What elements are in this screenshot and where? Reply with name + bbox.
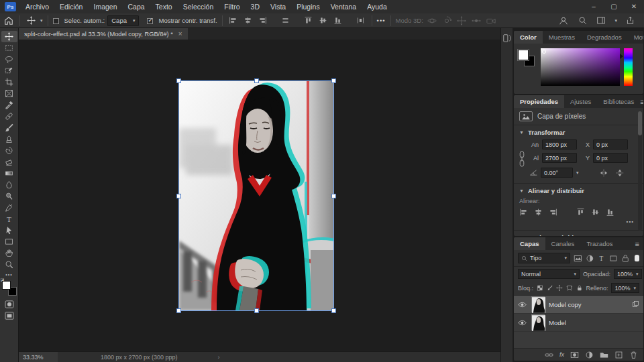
align-vertical-centers-icon[interactable]: [317, 15, 329, 27]
account-icon[interactable]: [557, 15, 570, 27]
tab-trazados[interactable]: Trazados: [580, 237, 619, 250]
align-left-edges-icon[interactable]: [227, 15, 239, 27]
home-icon[interactable]: [3, 15, 15, 27]
lock-transparent-pixels-icon[interactable]: [537, 284, 543, 292]
pen-tool[interactable]: [1, 202, 17, 213]
tab-canales[interactable]: Canales: [545, 237, 581, 250]
history-panel-icon[interactable]: [502, 34, 512, 43]
path-selection-tool[interactable]: [1, 225, 17, 236]
color-swatches[interactable]: ◪: [2, 281, 17, 296]
tab-color[interactable]: Color: [514, 31, 543, 44]
menu-filtro[interactable]: Filtro: [219, 0, 245, 13]
delete-layer-icon[interactable]: [629, 351, 638, 359]
distribute-vertical-centers-icon[interactable]: [280, 15, 292, 27]
transform-section-header[interactable]: ▼ Transformar: [514, 125, 643, 138]
layer-thumbnail[interactable]: [531, 314, 545, 330]
menu-3d[interactable]: 3D: [246, 0, 265, 13]
menu-capa[interactable]: Capa: [123, 0, 150, 13]
tab-muestras[interactable]: Muestras: [543, 31, 581, 44]
history-brush-tool[interactable]: [1, 145, 17, 156]
filter-toggle[interactable]: [635, 255, 639, 261]
link-layers-icon[interactable]: [545, 351, 553, 359]
crop-tool[interactable]: [1, 76, 17, 88]
menu-ventana[interactable]: Ventana: [325, 0, 362, 13]
align-top-edges-icon[interactable]: [576, 208, 585, 217]
filter-smart-objects-icon[interactable]: [621, 254, 630, 263]
clone-stamp-tool[interactable]: [1, 133, 17, 145]
tab-close-icon[interactable]: ×: [178, 30, 182, 38]
panel-menu-icon[interactable]: ≡: [635, 240, 643, 248]
lock-artboard-icon[interactable]: [566, 284, 573, 292]
type-tool[interactable]: T: [1, 213, 17, 225]
canvas[interactable]: [19, 40, 500, 351]
menu-texto[interactable]: Texto: [150, 0, 178, 13]
edit-toolbar-button[interactable]: •••: [5, 272, 12, 277]
panel-menu-icon[interactable]: ≡: [640, 98, 643, 106]
color-panel-swatches[interactable]: [518, 48, 537, 68]
saturation-brightness-field[interactable]: [541, 48, 620, 86]
layer-thumbnail[interactable]: [531, 296, 545, 312]
tab-degradados[interactable]: Degradados: [581, 31, 628, 44]
zoom-level-field[interactable]: 33.33%: [19, 352, 58, 362]
eraser-tool[interactable]: [1, 156, 17, 168]
angle-field[interactable]: 0.00°: [541, 168, 573, 178]
object-selection-tool[interactable]: [1, 65, 17, 76]
layer-effects-button[interactable]: fx: [559, 351, 564, 358]
scrollbar[interactable]: [638, 111, 642, 231]
close-button[interactable]: ✕: [624, 0, 644, 13]
menu-edicion[interactable]: Edición: [54, 0, 88, 13]
foreground-color[interactable]: [2, 281, 11, 290]
lock-position-icon[interactable]: [556, 284, 563, 292]
brush-tool[interactable]: [1, 122, 17, 133]
lasso-tool[interactable]: [1, 54, 17, 65]
lock-all-icon[interactable]: [576, 284, 583, 292]
filter-type-layers-icon[interactable]: T: [597, 254, 606, 263]
blend-mode-dropdown[interactable]: Normal ▾: [518, 269, 580, 279]
layer-row-model[interactable]: Model: [514, 314, 643, 332]
screen-mode-button[interactable]: [1, 310, 17, 321]
filter-adjustment-layers-icon[interactable]: [586, 254, 594, 263]
layer-filter-dropdown[interactable]: Tipo ▾: [518, 253, 570, 263]
minimize-button[interactable]: –: [584, 0, 604, 13]
align-vertical-centers-icon[interactable]: [591, 208, 600, 217]
move-tool[interactable]: [1, 31, 17, 42]
quick-mask-button[interactable]: [1, 298, 17, 310]
workspace-icon[interactable]: [595, 15, 607, 27]
lock-image-pixels-icon[interactable]: [547, 284, 553, 292]
gradient-tool[interactable]: [1, 168, 17, 179]
search-icon[interactable]: [576, 15, 588, 27]
new-group-icon[interactable]: [600, 351, 608, 359]
eyedropper-tool[interactable]: [1, 99, 17, 111]
align-section-header[interactable]: ▼ Alinear y distribuir: [514, 184, 643, 196]
tab-motivos[interactable]: Motivos: [628, 31, 643, 44]
frame-tool[interactable]: [1, 88, 17, 99]
align-top-edges-icon[interactable]: [303, 15, 315, 27]
zoom-tool[interactable]: [1, 259, 17, 270]
smudge-tool[interactable]: [1, 179, 17, 190]
align-more-button[interactable]: •••: [514, 218, 643, 227]
maximize-button[interactable]: ▢: [604, 0, 624, 13]
chevron-down-icon[interactable]: ▾: [576, 170, 579, 176]
align-horizontal-centers-icon[interactable]: [534, 208, 543, 217]
dodge-tool[interactable]: [1, 190, 17, 202]
visibility-eye-icon[interactable]: [517, 320, 527, 326]
menu-vista[interactable]: Vista: [265, 0, 291, 13]
link-dimensions-icon[interactable]: [518, 150, 526, 168]
photo-layer-artwork[interactable]: [179, 81, 333, 310]
menu-archivo[interactable]: Archivo: [20, 0, 54, 13]
distribute-horizontal-centers-icon[interactable]: [355, 15, 367, 27]
rectangle-tool[interactable]: [1, 236, 17, 247]
status-chevron-icon[interactable]: ›: [218, 354, 220, 361]
x-field[interactable]: 0 px: [593, 139, 628, 149]
hue-slider-marker[interactable]: [620, 54, 623, 59]
options-more-button[interactable]: •••: [377, 17, 386, 24]
width-field[interactable]: 1800 px: [542, 139, 577, 149]
quick-actions-header[interactable]: ▼ Acciones rápidas: [514, 231, 643, 236]
filter-shape-layers-icon[interactable]: [609, 254, 618, 263]
hue-slider[interactable]: [624, 48, 633, 86]
align-right-edges-icon[interactable]: [549, 208, 557, 217]
height-field[interactable]: 2700 px: [542, 153, 577, 163]
add-layer-mask-icon[interactable]: [570, 351, 579, 359]
layer-row-model-copy[interactable]: Model copy: [514, 296, 643, 314]
marquee-tool[interactable]: [1, 42, 17, 54]
